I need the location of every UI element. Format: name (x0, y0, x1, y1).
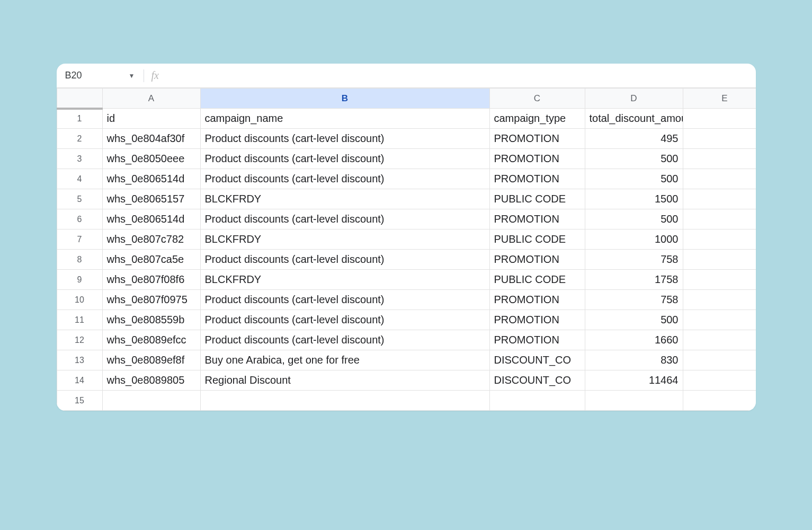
cell[interactable]: Product discounts (cart-level discount) (200, 149, 489, 169)
cell[interactable]: BLCKFRDY (200, 229, 489, 250)
spreadsheet-grid[interactable]: A B C D E 1 id campaign_name campaign_ty… (57, 88, 756, 411)
cell[interactable]: Product discounts (cart-level discount) (200, 209, 489, 229)
cell[interactable]: Product discounts (cart-level discount) (200, 330, 489, 350)
cell[interactable]: 830 (585, 350, 683, 370)
cell[interactable]: Product discounts (cart-level discount) (200, 310, 489, 330)
cell[interactable]: whs_0e807ca5e (102, 250, 200, 270)
cell[interactable] (683, 370, 756, 391)
cell[interactable]: whs_0e804af30f (102, 129, 200, 149)
cell[interactable]: whs_0e806514d (102, 209, 200, 229)
row-header[interactable]: 11 (57, 310, 102, 330)
cell[interactable]: PUBLIC CODE (489, 229, 585, 250)
row-header[interactable]: 8 (57, 250, 102, 270)
row-header[interactable]: 2 (57, 129, 102, 149)
cell[interactable]: PUBLIC CODE (489, 189, 585, 209)
cell[interactable] (683, 109, 756, 129)
cell[interactable]: PROMOTION (489, 290, 585, 310)
cell[interactable] (489, 391, 585, 411)
cell[interactable] (683, 250, 756, 270)
cell[interactable] (683, 270, 756, 290)
cell[interactable] (683, 350, 756, 370)
cell[interactable]: whs_0e807f08f6 (102, 270, 200, 290)
cell[interactable]: total_discount_amount (585, 109, 683, 129)
formula-input[interactable] (166, 64, 756, 87)
row-header[interactable]: 12 (57, 330, 102, 350)
cell[interactable]: 1758 (585, 270, 683, 290)
cell[interactable]: campaign_type (489, 109, 585, 129)
cell[interactable]: whs_0e807f0975 (102, 290, 200, 310)
cell[interactable]: BLCKFRDY (200, 189, 489, 209)
row-header[interactable]: 13 (57, 350, 102, 370)
cell[interactable]: Buy one Arabica, get one for free (200, 350, 489, 370)
cell[interactable] (102, 391, 200, 411)
col-header-C[interactable]: C (489, 89, 585, 109)
cell[interactable]: 495 (585, 129, 683, 149)
cell[interactable]: whs_0e808559b (102, 310, 200, 330)
cell[interactable]: 758 (585, 290, 683, 310)
cell[interactable] (683, 209, 756, 229)
cell[interactable]: whs_0e8089ef8f (102, 350, 200, 370)
row-header[interactable]: 10 (57, 290, 102, 310)
name-box[interactable]: B20 ▼ (57, 64, 141, 87)
row-header[interactable]: 15 (57, 391, 102, 411)
cell[interactable] (683, 290, 756, 310)
cell[interactable]: 1500 (585, 189, 683, 209)
cell[interactable]: PUBLIC CODE (489, 270, 585, 290)
cell[interactable] (200, 391, 489, 411)
cell[interactable]: Product discounts (cart-level discount) (200, 250, 489, 270)
cell[interactable]: whs_0e8065157 (102, 189, 200, 209)
cell[interactable]: DISCOUNT_CO (489, 370, 585, 391)
row-header[interactable]: 4 (57, 169, 102, 189)
cell[interactable]: whs_0e806514d (102, 169, 200, 189)
col-header-E[interactable]: E (683, 89, 756, 109)
cell[interactable]: 500 (585, 149, 683, 169)
cell[interactable]: whs_0e8050eee (102, 149, 200, 169)
cell[interactable]: 11464 (585, 370, 683, 391)
select-all-corner[interactable] (57, 89, 102, 109)
chevron-down-icon[interactable]: ▼ (129, 72, 135, 80)
cell[interactable] (683, 391, 756, 411)
cell[interactable]: id (102, 109, 200, 129)
cell[interactable] (683, 189, 756, 209)
row-header[interactable]: 5 (57, 189, 102, 209)
cell[interactable] (683, 229, 756, 250)
row-header[interactable]: 7 (57, 229, 102, 250)
row-header[interactable]: 3 (57, 149, 102, 169)
cell[interactable] (683, 330, 756, 350)
cell[interactable] (683, 310, 756, 330)
cell[interactable]: PROMOTION (489, 250, 585, 270)
col-header-D[interactable]: D (585, 89, 683, 109)
cell[interactable] (683, 169, 756, 189)
cell[interactable]: PROMOTION (489, 209, 585, 229)
row-header[interactable]: 1 (57, 109, 102, 129)
cell[interactable]: campaign_name (200, 109, 489, 129)
cell[interactable] (683, 149, 756, 169)
cell[interactable] (683, 129, 756, 149)
cell[interactable]: PROMOTION (489, 129, 585, 149)
row-header[interactable]: 9 (57, 270, 102, 290)
cell[interactable]: 1000 (585, 229, 683, 250)
col-header-A[interactable]: A (102, 89, 200, 109)
cell[interactable] (585, 391, 683, 411)
cell[interactable]: 1660 (585, 330, 683, 350)
cell[interactable]: PROMOTION (489, 149, 585, 169)
row-header[interactable]: 6 (57, 209, 102, 229)
cell[interactable]: Product discounts (cart-level discount) (200, 169, 489, 189)
cell[interactable]: Regional Discount (200, 370, 489, 391)
cell[interactable]: BLCKFRDY (200, 270, 489, 290)
cell[interactable]: whs_0e8089805 (102, 370, 200, 391)
cell[interactable]: whs_0e8089efcc (102, 330, 200, 350)
cell[interactable]: 758 (585, 250, 683, 270)
cell[interactable]: PROMOTION (489, 330, 585, 350)
col-header-B[interactable]: B (200, 89, 489, 109)
cell[interactable]: PROMOTION (489, 169, 585, 189)
row-header[interactable]: 14 (57, 370, 102, 391)
cell[interactable]: Product discounts (cart-level discount) (200, 129, 489, 149)
cell[interactable]: 500 (585, 169, 683, 189)
cell[interactable]: 500 (585, 209, 683, 229)
cell[interactable]: PROMOTION (489, 310, 585, 330)
cell[interactable]: 500 (585, 310, 683, 330)
cell[interactable]: DISCOUNT_CO (489, 350, 585, 370)
cell[interactable]: whs_0e807c782 (102, 229, 200, 250)
cell[interactable]: Product discounts (cart-level discount) (200, 290, 489, 310)
